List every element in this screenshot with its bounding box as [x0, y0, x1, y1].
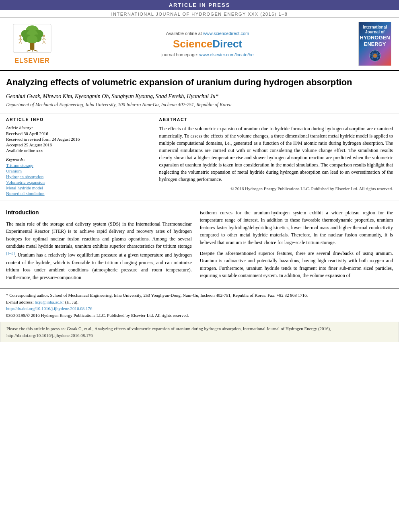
keyword-metal-hydride-model[interactable]: Metal hydride model: [6, 185, 147, 190]
copyright-text: © 2016 Hydrogen Energy Publications LLC.…: [159, 186, 393, 191]
journal-cover-globe-icon: [368, 49, 382, 63]
history-received2: Received in revised form 24 August 2016: [6, 137, 147, 142]
history-received1: Received 30 April 2016: [6, 131, 147, 136]
keyword-hydrogen-absorption[interactable]: Hydrogen absorption: [6, 174, 147, 179]
journal-cover-title: International Journal ofHYDROGENENERGY: [360, 25, 390, 47]
doi-line: http://dx.doi.org/10.1016/j.ijhydene.201…: [6, 305, 393, 312]
keywords-section: Keywords: Tritium storage Uranium Hydrog…: [6, 157, 147, 196]
available-online-text: Available online at www.sciencedirect.co…: [166, 31, 249, 36]
svg-line-17: [21, 41, 22, 43]
keyword-numerical-simulation[interactable]: Numerical simulation: [6, 191, 147, 196]
keyword-uranium[interactable]: Uranium: [6, 168, 147, 173]
elsevier-tree-icon: [10, 23, 54, 55]
header-area: ELSEVIER Available online at www.science…: [0, 18, 399, 71]
article-info-column: ARTICLE INFO Article history: Received 3…: [6, 117, 153, 197]
issn-line: 0360-3199/© 2016 Hydrogen Energy Publica…: [6, 312, 393, 319]
ref-link-1-3[interactable]: [1–3]: [6, 251, 15, 255]
history-label: Article history:: [6, 125, 147, 130]
sciencedirect-url[interactable]: www.sciencedirect.com: [203, 31, 249, 36]
journal-homepage-url[interactable]: www.elsevier.com/locate/he: [200, 52, 254, 57]
svg-line-10: [32, 49, 37, 51]
title-section: Analyzing effects of volumetric expansio…: [0, 71, 399, 113]
elsevier-brand: ELSEVIER: [14, 57, 49, 64]
introduction-paragraph1: The main role of the storage and deliver…: [6, 220, 192, 281]
corresponding-author: * Corresponding author. School of Mechan…: [6, 292, 393, 299]
article-title: Analyzing effects of volumetric expansio…: [6, 77, 393, 88]
history-accepted: Accepted 25 August 2016: [6, 142, 147, 147]
affiliation: Department of Mechanical Engineering, In…: [6, 102, 393, 108]
citation-text: Please cite this article in press as: Gw…: [6, 326, 331, 338]
introduction-title: Introduction: [6, 209, 192, 217]
abstract-column: ABSTRACT The effects of the volumetric e…: [153, 117, 393, 197]
body-left-column: Introduction The main role of the storag…: [6, 209, 192, 285]
email-line: E-mail address: hcju@inha.ac.kr (H. Ju).: [6, 299, 393, 306]
body-right-column: isotherm curves for the uranium-hydrogen…: [200, 209, 393, 285]
citation-box: Please cite this article in press as: Gw…: [0, 322, 399, 342]
elsevier-logo-area: ELSEVIER: [6, 22, 58, 66]
keyword-tritium-storage[interactable]: Tritium storage: [6, 163, 147, 168]
article-history: Article history: Received 30 April 2016 …: [6, 125, 147, 153]
svg-point-7: [27, 35, 38, 43]
svg-rect-8: [30, 43, 35, 49]
email-link[interactable]: hcju@inha.ac.kr: [35, 300, 64, 304]
body-section: Introduction The main role of the storag…: [0, 201, 399, 289]
right-paragraph2: Despite the aforementioned superior feat…: [200, 250, 393, 279]
journal-cover-area: International Journal ofHYDROGENENERGY: [357, 22, 393, 66]
keyword-volumetric-expansion[interactable]: Volumetric expansion: [6, 180, 147, 185]
authors: Geonhui Gwak, Minwoo Kim, Kyeongmin Oh, …: [6, 93, 393, 100]
header-middle: Available online at www.sciencedirect.co…: [62, 22, 353, 66]
svg-point-18: [43, 35, 45, 37]
journal-cover-image: International Journal ofHYDROGENENERGY: [358, 22, 391, 66]
svg-point-12: [19, 35, 21, 37]
sciencedirect-logo: ScienceDirect: [173, 38, 242, 50]
journal-homepage-text: journal homepage: www.elsevier.com/locat…: [161, 52, 253, 57]
article-info-header: ARTICLE INFO: [6, 117, 147, 122]
keywords-label: Keywords:: [6, 157, 147, 162]
journal-bar: INTERNATIONAL JOURNAL OF HYDROGEN ENERGY…: [0, 10, 399, 18]
footnote-area: * Corresponding author. School of Mechan…: [0, 288, 399, 322]
doi-link[interactable]: http://dx.doi.org/10.1016/j.ijhydene.201…: [6, 306, 93, 311]
email-label: E-mail address:: [6, 300, 34, 304]
email-person: (H. Ju).: [65, 300, 78, 304]
info-section: ARTICLE INFO Article history: Received 3…: [0, 113, 399, 201]
svg-line-14: [19, 38, 20, 40]
svg-line-22: [43, 41, 44, 43]
svg-line-16: [19, 41, 21, 43]
history-available: Available online xxx: [6, 148, 147, 153]
svg-line-23: [44, 41, 45, 43]
abstract-text: The effects of the volumetric expansion …: [159, 125, 393, 183]
article-in-press-banner: ARTICLE IN PRESS: [0, 0, 399, 10]
right-paragraph1: isotherm curves for the uranium-hydrogen…: [200, 209, 393, 246]
abstract-header: ABSTRACT: [159, 117, 393, 122]
svg-line-9: [27, 49, 32, 51]
